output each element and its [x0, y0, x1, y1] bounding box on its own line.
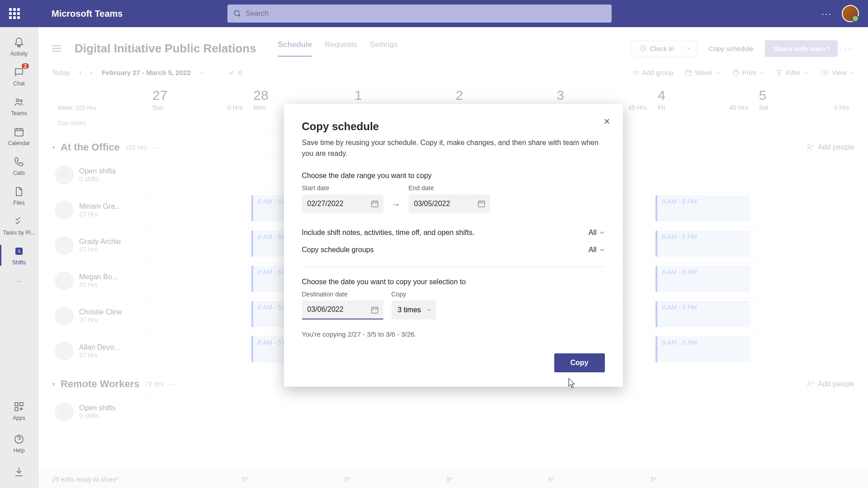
calendar-icon[interactable] [371, 200, 379, 208]
more-icon: ··· [13, 275, 25, 287]
help-icon [13, 433, 25, 446]
rail-label: Files [13, 200, 24, 206]
modal-scrim: ✕ Copy schedule Save time by reusing you… [38, 27, 868, 488]
search-icon [234, 10, 241, 17]
rail-help[interactable]: Help [13, 428, 25, 458]
close-icon[interactable]: ✕ [604, 117, 610, 127]
search-box[interactable] [227, 5, 612, 23]
svg-rect-15 [372, 307, 378, 313]
modal-subtitle: Save time by reusing your schedule. Copy… [302, 137, 605, 159]
tasks-icon [13, 215, 25, 228]
app-name: Microsoft Teams [52, 9, 123, 19]
chevron-down-icon [426, 307, 432, 313]
range-heading: Choose the date range you want to copy [302, 172, 605, 180]
rail-label: Calls [13, 170, 25, 176]
rail-files[interactable]: Files [0, 181, 38, 211]
app-launcher-icon[interactable] [9, 8, 20, 19]
rail-more[interactable]: ··· [0, 270, 38, 292]
chevron-down-icon [599, 247, 605, 253]
rail-label: Help [14, 447, 25, 454]
end-date-label: End date [409, 184, 490, 192]
apps-icon [13, 400, 25, 413]
bell-icon [13, 36, 25, 49]
phone-icon [13, 155, 25, 168]
include-dropdown[interactable]: All [589, 229, 605, 237]
svg-point-1 [20, 100, 22, 102]
groups-dropdown[interactable]: All [589, 246, 605, 254]
groups-value: All [589, 246, 597, 254]
svg-rect-4 [15, 403, 18, 406]
rail-label: Shifts [12, 259, 26, 266]
svg-rect-14 [478, 201, 485, 207]
rail-tasks[interactable]: Tasks by Pl... [0, 211, 38, 240]
rail-calendar[interactable]: Calendar [0, 121, 38, 151]
svg-rect-2 [15, 129, 23, 136]
copy-button[interactable]: Copy [554, 353, 605, 372]
calendar-icon[interactable] [477, 200, 486, 208]
teams-icon [13, 96, 25, 108]
rail-label: Tasks by Pl... [3, 230, 35, 236]
include-label: Include shift notes, activities, time of… [302, 229, 475, 237]
calendar-icon[interactable] [371, 306, 379, 314]
files-icon [13, 185, 25, 198]
rail-label: Teams [11, 110, 27, 117]
chevron-down-icon [599, 230, 605, 235]
rail-label: Chat [13, 80, 24, 87]
groups-label: Copy schedule groups [302, 246, 374, 254]
rail-shifts[interactable]: Shifts [0, 240, 38, 270]
svg-rect-13 [372, 201, 378, 207]
title-bar: Microsoft Teams ··· [0, 0, 868, 27]
copy-times-label: Copy [392, 291, 437, 298]
arrow-right-icon: → [392, 199, 401, 213]
shifts-icon [13, 245, 25, 258]
svg-point-0 [16, 99, 19, 102]
rail-calls[interactable]: Calls [0, 151, 38, 181]
include-value: All [589, 229, 597, 237]
modal-title: Copy schedule [302, 120, 605, 133]
rail-teams[interactable]: Teams [0, 91, 38, 121]
rail-label: Apps [13, 415, 25, 421]
rail-label: Activity [10, 51, 28, 57]
rail-chat[interactable]: 2 Chat [0, 61, 38, 91]
rail-label: Calendar [8, 140, 30, 146]
rail-activity[interactable]: Activity [0, 32, 38, 61]
more-icon[interactable]: ··· [821, 9, 832, 19]
dest-heading: Choose the date you want to copy your se… [302, 278, 605, 286]
chat-badge: 2 [22, 63, 29, 69]
calendar-icon [13, 126, 25, 138]
rail-download[interactable] [13, 461, 25, 483]
svg-rect-6 [15, 408, 18, 411]
cursor-icon [568, 377, 577, 389]
start-date-label: Start date [302, 184, 383, 192]
download-icon [13, 465, 25, 478]
svg-rect-5 [20, 403, 23, 406]
user-avatar[interactable] [842, 5, 859, 22]
app-rail: Activity 2 Chat Teams Calendar Calls Fil… [0, 27, 38, 488]
search-input[interactable] [245, 9, 605, 18]
dest-date-label: Destination date [302, 291, 383, 298]
main-content: Digital Initiative Public Relations Sche… [38, 27, 868, 488]
copy-times-value: 3 times [398, 306, 421, 314]
rail-apps[interactable]: Apps [13, 396, 25, 426]
copy-summary: You're copying 2/27 - 3/5 to 3/6 - 3/26. [302, 330, 605, 338]
copy-schedule-modal: ✕ Copy schedule Save time by reusing you… [284, 104, 623, 387]
